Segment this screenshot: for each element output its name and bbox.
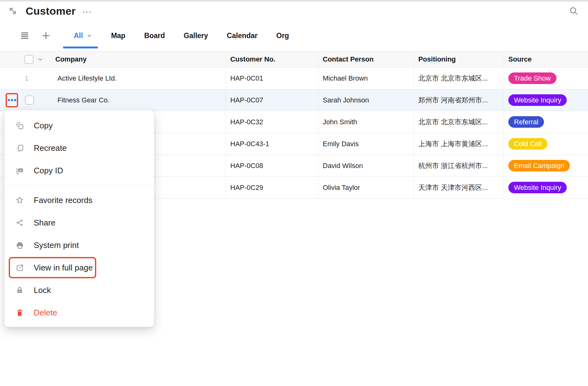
menu-item-lock[interactable]: Lock bbox=[4, 279, 154, 301]
search-icon[interactable] bbox=[569, 6, 579, 16]
menu-item-label: Lock bbox=[34, 285, 51, 295]
external-link-icon bbox=[15, 264, 24, 272]
view-list-icon[interactable] bbox=[20, 31, 29, 40]
source-badge: Referral bbox=[508, 116, 544, 128]
cell-contact-person: Sarah Johnson bbox=[318, 89, 414, 111]
row-number: 1 bbox=[0, 74, 53, 82]
caret-down-icon bbox=[87, 34, 92, 38]
source-badge: Cold Call bbox=[508, 138, 547, 150]
row-context-menu: Copy Recreate ID Copy ID bbox=[4, 110, 154, 327]
menu-item-label: Copy ID bbox=[34, 166, 63, 176]
cell-source: Referral bbox=[504, 111, 588, 133]
lock-icon bbox=[15, 286, 24, 294]
cell-contact-person: David Wilson bbox=[318, 155, 414, 176]
star-icon bbox=[15, 196, 24, 205]
cell-contact-person: Emily Davis bbox=[318, 133, 414, 155]
menu-item-label: Copy bbox=[34, 121, 53, 131]
expand-icon[interactable] bbox=[8, 6, 17, 16]
trash-icon bbox=[15, 309, 24, 317]
app-window: Customer All bbox=[0, 0, 588, 386]
menu-item-view-in-full-page[interactable]: View in full page bbox=[4, 256, 154, 279]
menu-item-recreate[interactable]: Recreate bbox=[4, 137, 154, 159]
cell-company: 1 Active Lifestyle Ltd. bbox=[0, 67, 226, 89]
copy-id-icon: ID bbox=[15, 166, 24, 175]
header-cell-source[interactable]: Source bbox=[504, 52, 588, 67]
header-cell-company[interactable]: Company bbox=[0, 52, 226, 67]
share-icon bbox=[15, 219, 24, 227]
cell-contact-person: Michael Brown bbox=[318, 67, 414, 89]
row-more-button[interactable] bbox=[6, 93, 18, 107]
copy-icon bbox=[15, 121, 24, 130]
table-header-row: Company Customer No. Contact Person Posi… bbox=[0, 52, 588, 67]
company-value: Active Lifestyle Ltd. bbox=[53, 74, 117, 82]
cell-source: Website Inquiry bbox=[504, 89, 588, 111]
view-tabbar: All Map Board Gallery Calendar Org bbox=[0, 20, 588, 51]
table-row[interactable]: 1 Active Lifestyle Ltd. HAP-0C01 Michael… bbox=[0, 67, 588, 89]
cell-positioning: 北京市 北京市东城区... bbox=[414, 67, 504, 89]
table-row-highlighted[interactable]: Fitness Gear Co. HAP-0C07 Sarah Johnson … bbox=[0, 89, 588, 111]
source-badge: Email Campaign bbox=[508, 160, 570, 171]
cell-source: Website Inquiry bbox=[504, 177, 588, 198]
tab-all[interactable]: All bbox=[74, 32, 92, 40]
source-badge: Website Inquiry bbox=[508, 182, 567, 193]
recreate-icon bbox=[15, 144, 24, 152]
cell-positioning: 天津市 天津市河西区... bbox=[414, 177, 504, 198]
cell-customer-no: HAP-0C29 bbox=[226, 177, 318, 198]
cell-contact-person: John Smith bbox=[318, 111, 414, 133]
menu-item-label: Share bbox=[34, 218, 55, 228]
tab-calendar[interactable]: Calendar bbox=[227, 32, 257, 40]
source-badge: Website Inquiry bbox=[508, 94, 567, 106]
menu-item-label: Favorite records bbox=[34, 195, 92, 205]
cell-customer-no: HAP-0C43-1 bbox=[226, 133, 318, 155]
menu-item-label: View in full page bbox=[34, 263, 93, 273]
menu-item-delete[interactable]: Delete bbox=[4, 301, 154, 324]
cell-positioning: 杭州市 浙江省杭州市... bbox=[414, 155, 504, 176]
topbar: Customer bbox=[0, 2, 588, 20]
tab-org[interactable]: Org bbox=[276, 32, 289, 40]
cell-source: Trade Show bbox=[504, 67, 588, 89]
menu-divider bbox=[4, 185, 154, 186]
menu-item-share[interactable]: Share bbox=[4, 211, 154, 234]
menu-item-system-print[interactable]: System print bbox=[4, 234, 154, 256]
cell-customer-no: HAP-0C07 bbox=[226, 89, 318, 111]
chevron-down-icon[interactable] bbox=[37, 56, 44, 63]
printer-icon bbox=[15, 241, 24, 250]
select-all-checkbox[interactable] bbox=[24, 55, 33, 64]
cell-source: Email Campaign bbox=[504, 155, 588, 176]
cell-positioning: 郑州市 河南省郑州市... bbox=[414, 89, 504, 111]
cell-customer-no: HAP-0C08 bbox=[226, 155, 318, 176]
header-cell-customer-no[interactable]: Customer No. bbox=[226, 52, 318, 67]
menu-item-copy-id[interactable]: ID Copy ID bbox=[4, 159, 154, 182]
menu-item-copy[interactable]: Copy bbox=[4, 114, 154, 137]
cell-source: Cold Call bbox=[504, 133, 588, 155]
cell-customer-no: HAP-0C01 bbox=[226, 67, 318, 89]
cell-customer-no: HAP-0C32 bbox=[226, 111, 318, 133]
cell-contact-person: Olivia Taylor bbox=[318, 177, 414, 198]
tab-map[interactable]: Map bbox=[111, 32, 125, 40]
menu-item-favorite-records[interactable]: Favorite records bbox=[4, 189, 154, 211]
source-badge: Trade Show bbox=[508, 72, 556, 84]
title-more-icon[interactable] bbox=[82, 10, 92, 14]
tab-board[interactable]: Board bbox=[144, 32, 165, 40]
svg-text:ID: ID bbox=[19, 169, 22, 172]
header-cell-contact-person[interactable]: Contact Person bbox=[318, 52, 414, 67]
cell-positioning: 北京市 北京市东城区... bbox=[414, 111, 504, 133]
cell-company: Fitness Gear Co. bbox=[0, 89, 226, 111]
tab-all-label: All bbox=[74, 32, 83, 40]
page-title: Customer bbox=[26, 5, 76, 17]
add-view-icon[interactable] bbox=[41, 31, 51, 40]
cell-positioning: 上海市 上海市黄浦区... bbox=[414, 133, 504, 155]
tab-gallery[interactable]: Gallery bbox=[184, 32, 208, 40]
header-cell-positioning[interactable]: Positioning bbox=[414, 52, 504, 67]
company-value: Fitness Gear Co. bbox=[57, 96, 109, 104]
menu-item-label: System print bbox=[34, 240, 79, 250]
column-header-label: Company bbox=[55, 55, 87, 63]
menu-item-label: Recreate bbox=[34, 143, 67, 153]
menu-item-label: Delete bbox=[34, 308, 57, 318]
row-checkbox[interactable] bbox=[25, 96, 34, 105]
